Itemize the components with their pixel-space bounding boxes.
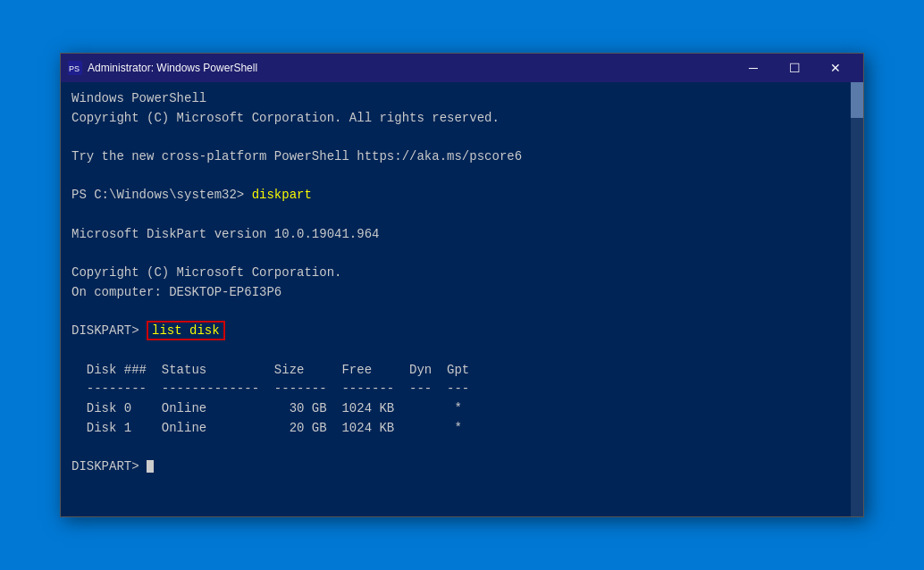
output-line-7 xyxy=(71,205,853,225)
output-line-19 xyxy=(71,438,853,457)
window-title: Administrator: Windows PowerShell xyxy=(88,62,733,74)
output-line-14 xyxy=(71,341,853,361)
terminal-output[interactable]: Windows PowerShell Copyright (C) Microso… xyxy=(61,82,863,516)
output-line-16: -------- ------------- ------- ------- -… xyxy=(71,380,853,399)
terminal-area: Windows PowerShell Copyright (C) Microso… xyxy=(61,82,863,516)
output-line-18: Disk 1 Online 20 GB 1024 KB * xyxy=(71,419,853,439)
output-line-2: Copyright (C) Microsoft Corporation. All… xyxy=(71,109,853,129)
window-controls: ─ ☐ ✕ xyxy=(733,54,856,82)
diskpart-command: diskpart xyxy=(252,188,312,202)
scrollbar[interactable] xyxy=(851,82,863,516)
terminal-cursor xyxy=(147,460,154,473)
output-line-10: Copyright (C) Microsoft Corporation. xyxy=(71,264,853,283)
title-bar: PS Administrator: Windows PowerShell ─ ☐… xyxy=(61,54,863,82)
output-line-11: On computer: DESKTOP-EP6I3P6 xyxy=(71,283,853,303)
output-line-9 xyxy=(71,245,853,264)
powershell-icon: PS xyxy=(68,61,82,75)
output-line-1: Windows PowerShell xyxy=(71,89,853,109)
output-line-15: Disk ### Status Size Free Dyn Gpt xyxy=(71,361,853,381)
minimize-button[interactable]: ─ xyxy=(733,54,774,82)
maximize-button[interactable]: ☐ xyxy=(774,54,815,82)
output-line-3 xyxy=(71,128,853,147)
output-line-17: Disk 0 Online 30 GB 1024 KB * xyxy=(71,399,853,419)
scrollbar-thumb[interactable] xyxy=(851,82,863,118)
svg-text:PS: PS xyxy=(69,64,80,73)
output-line-20: DISKPART> xyxy=(71,457,853,477)
output-line-4: Try the new cross-platform PowerShell ht… xyxy=(71,147,853,167)
close-button[interactable]: ✕ xyxy=(815,54,856,82)
output-line-12 xyxy=(71,303,853,323)
powershell-window: PS Administrator: Windows PowerShell ─ ☐… xyxy=(60,53,864,517)
list-disk-command: list disk xyxy=(147,321,225,340)
output-line-8: Microsoft DiskPart version 10.0.19041.96… xyxy=(71,225,853,245)
output-line-13: DISKPART> list disk xyxy=(71,322,853,341)
output-line-5 xyxy=(71,167,853,187)
output-line-6: PS C:\Windows\system32> diskpart xyxy=(71,186,853,205)
